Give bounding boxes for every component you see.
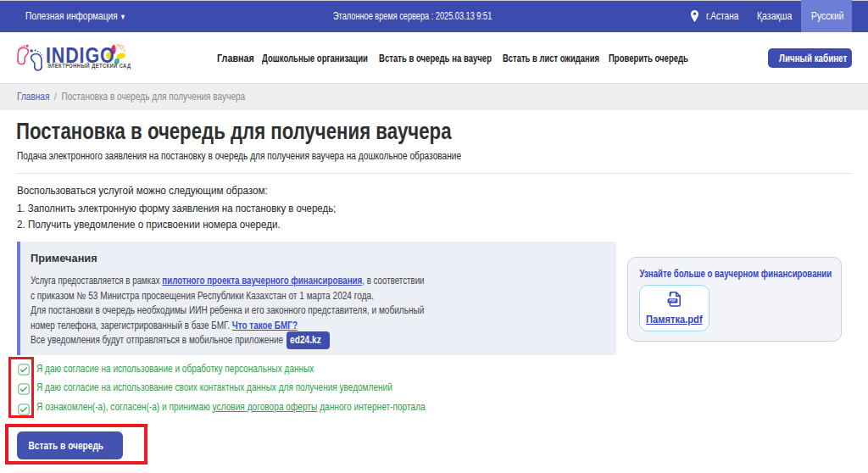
svg-text:PDF: PDF [670, 298, 676, 303]
